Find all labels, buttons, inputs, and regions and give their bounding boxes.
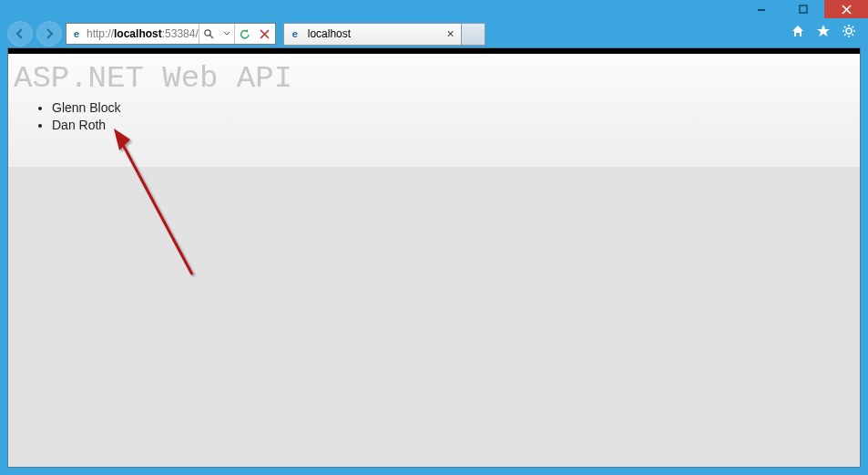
svg-rect-1 <box>800 5 807 13</box>
toolbar: e http://localhost:53384/ e loc <box>7 20 861 47</box>
back-button[interactable] <box>7 21 33 46</box>
svg-line-3 <box>210 35 214 38</box>
tab-favicon: e <box>288 26 302 41</box>
search-button[interactable] <box>199 24 220 44</box>
svg-line-9 <box>844 26 846 28</box>
window-buttons <box>740 0 868 18</box>
site-icon: e <box>68 26 85 42</box>
svg-line-10 <box>853 34 854 36</box>
favorites-icon[interactable] <box>815 23 832 39</box>
url-text: http://localhost:53384/ <box>87 27 199 40</box>
svg-rect-0 <box>758 9 765 11</box>
list-item: Dan Roth <box>52 117 860 134</box>
home-icon[interactable] <box>790 23 806 39</box>
refresh-button[interactable] <box>235 24 255 44</box>
svg-line-11 <box>844 34 846 36</box>
stop-button[interactable] <box>255 24 275 44</box>
page-title: ASP.NET Web API <box>8 54 860 99</box>
tab-localhost[interactable]: e localhost × <box>283 23 462 46</box>
new-tab-button[interactable] <box>462 23 485 46</box>
svg-point-2 <box>205 29 210 35</box>
minimize-button[interactable] <box>740 0 782 18</box>
browser-window: e http://localhost:53384/ e loc <box>0 0 868 475</box>
list-item: Glenn Block <box>52 99 860 117</box>
contacts-list: Glenn Block Dan Roth <box>8 99 860 134</box>
svg-point-4 <box>846 28 852 34</box>
tools-icon[interactable] <box>841 23 857 39</box>
tab-close-button[interactable]: × <box>444 26 457 41</box>
tab-bar: e localhost × <box>283 23 861 46</box>
forward-button[interactable] <box>36 21 62 46</box>
page-body: ASP.NET Web API Glenn Block Dan Roth <box>8 54 860 167</box>
viewport: ASP.NET Web API Glenn Block Dan Roth <box>7 47 861 468</box>
svg-line-12 <box>853 26 854 28</box>
maximize-button[interactable] <box>782 0 824 18</box>
tab-title: localhost <box>308 27 444 40</box>
address-bar[interactable]: e http://localhost:53384/ <box>66 23 276 45</box>
search-dropdown[interactable] <box>220 24 234 44</box>
command-bar <box>790 23 857 46</box>
titlebar <box>0 0 868 20</box>
close-button[interactable] <box>824 0 868 18</box>
